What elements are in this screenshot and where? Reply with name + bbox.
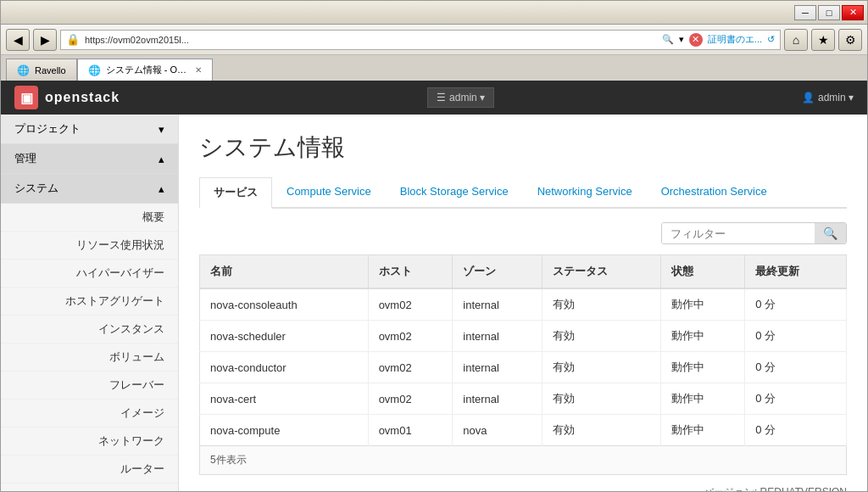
browser-tab-bar: 🌐 Ravello 🌐 システム情報 - OpenS... ✕ [1,55,867,81]
cell-status: 有効 [542,415,660,446]
sidebar-item-network[interactable]: ネットワーク [1,428,178,456]
sidebar-section-project[interactable]: プロジェクト ▾ [1,115,178,144]
cell-state: 動作中 [660,352,745,383]
sidebar-section-system[interactable]: システム ▴ [1,174,178,204]
services-table: 名前 ホスト ゾーン ステータス 状態 最終更新 nova-consoleaut… [199,254,847,446]
cert-error-text: 証明書のエ... [708,33,762,46]
cell-status: 有効 [542,383,660,415]
version-footer: バージョン: REDHATVERSION [199,475,847,491]
title-bar: ─ □ ✕ [1,1,867,25]
dropdown-icon: ▾ [679,34,684,45]
col-state: 状態 [660,255,745,289]
cell-host: ovm01 [368,415,453,446]
col-host: ホスト [368,255,453,289]
cell-status: 有効 [542,321,660,352]
user-icon: 👤 [802,92,815,103]
cell-name: nova-cert [200,383,369,415]
cell-name: nova-compute [200,415,369,446]
sidebar-item-flavors[interactable]: フレーバー [1,372,178,400]
sysinfo-favicon: 🌐 [88,64,101,76]
filter-input[interactable] [662,223,815,243]
logo-text: openstack [45,90,120,105]
ssl-icon: 🔒 [66,33,80,46]
tab-networking[interactable]: Networking Service [523,177,647,209]
cell-zone: internal [453,352,542,383]
cell-updated: 0 分 [745,415,847,446]
gear-icon: ⚙ [845,33,856,47]
app-area: ▣ openstack ☰ admin ▾ 👤 admin ▾ プロジェクト ▾ [1,81,867,491]
sidebar-item-resource-usage[interactable]: リソース使用状況 [1,232,178,260]
cell-zone: nova [453,415,542,446]
tab-services[interactable]: サービス [199,177,272,209]
nav-bar: ◀ ▶ 🔒 https://ovm02ovm2015l... 🔍 ▾ ✕ 証明書… [1,25,867,55]
logo-icon: ▣ [14,86,38,109]
col-zone: ゾーン [453,255,542,289]
cell-host: ovm02 [368,383,453,415]
page-title: システム情報 [199,131,847,164]
cell-state: 動作中 [660,415,745,446]
table-row: nova-schedulerovm02internal有効動作中0 分 [200,321,847,352]
table-row: nova-conductorovm02internal有効動作中0 分 [200,352,847,383]
filter-bar: 🔍 [199,222,847,244]
user-menu-label: admin ▾ [818,92,854,103]
maximize-button[interactable]: □ [818,5,840,20]
cell-zone: internal [453,383,542,415]
back-button[interactable]: ◀ [6,29,30,51]
forward-button[interactable]: ▶ [33,29,57,51]
window-controls: ─ □ ✕ [794,5,864,20]
sidebar-item-overview[interactable]: 概要 [1,204,178,232]
search-icon: 🔍 [662,34,674,45]
filter-button[interactable]: 🔍 [815,223,846,243]
system-chevron-icon: ▴ [159,182,164,195]
browser-tab-sysinfo[interactable]: 🌐 システム情報 - OpenS... ✕ [77,59,213,81]
col-name: 名前 [200,255,369,289]
cell-status: 有効 [542,352,660,383]
cell-name: nova-conductor [200,352,369,383]
cell-updated: 0 分 [745,321,847,352]
tab-navigation: サービス Compute Service Block Storage Servi… [199,177,847,209]
table-row: nova-consoleauthovm02internal有効動作中0 分 [200,288,847,321]
cell-state: 動作中 [660,288,745,321]
cell-state: 動作中 [660,321,745,352]
sidebar-item-instances[interactable]: インスタンス [1,316,178,344]
settings-button[interactable]: ⚙ [838,29,862,51]
favorites-button[interactable]: ★ [811,29,835,51]
cell-name: nova-scheduler [200,321,369,352]
forward-icon: ▶ [41,33,50,47]
main-content: システム情報 サービス Compute Service Block Storag… [179,115,867,491]
col-updated: 最終更新 [745,255,847,289]
cell-host: ovm02 [368,321,453,352]
admin-menu-label: admin ▾ [449,92,485,103]
home-button[interactable]: ⌂ [784,29,808,51]
user-menu-button[interactable]: 👤 admin ▾ [802,92,854,103]
admin-section-label: 管理 [14,151,36,166]
address-text: https://ovm02ovm2015l... [85,35,657,45]
sidebar-item-hypervisor[interactable]: ハイパーバイザー [1,260,178,288]
sidebar-item-host-aggregate[interactable]: ホストアグリゲート [1,288,178,316]
tab-orchestration[interactable]: Orchestration Service [647,177,782,209]
sidebar-section-admin[interactable]: 管理 ▴ [1,144,178,174]
body-layout: プロジェクト ▾ 管理 ▴ システム ▴ 概要 リソース使用状況 ハイパーバイザ… [1,115,867,491]
cell-host: ovm02 [368,288,453,321]
close-button[interactable]: ✕ [842,5,864,20]
cell-updated: 0 分 [745,352,847,383]
sidebar-item-images[interactable]: イメージ [1,400,178,428]
col-status: ステータス [542,255,660,289]
minimize-button[interactable]: ─ [794,5,816,20]
app-logo: ▣ openstack [14,86,120,109]
project-chevron-icon: ▾ [159,123,164,136]
sysinfo-tab-close[interactable]: ✕ [195,65,202,75]
browser-tab-ravello[interactable]: 🌐 Ravello [6,59,77,81]
cell-host: ovm02 [368,352,453,383]
tab-blockstorage[interactable]: Block Storage Service [386,177,523,209]
cell-updated: 0 分 [745,383,847,415]
tab-compute[interactable]: Compute Service [272,177,386,209]
address-bar[interactable]: 🔒 https://ovm02ovm2015l... 🔍 ▾ ✕ 証明書のエ..… [60,30,781,50]
cell-name: nova-consoleauth [200,288,369,321]
cert-error-icon[interactable]: ✕ [689,33,703,47]
sidebar-item-volumes[interactable]: ボリューム [1,344,178,372]
cell-zone: internal [453,321,542,352]
admin-menu-button[interactable]: ☰ admin ▾ [427,87,494,108]
cell-updated: 0 分 [745,288,847,321]
sidebar-item-router[interactable]: ルーター [1,456,178,484]
